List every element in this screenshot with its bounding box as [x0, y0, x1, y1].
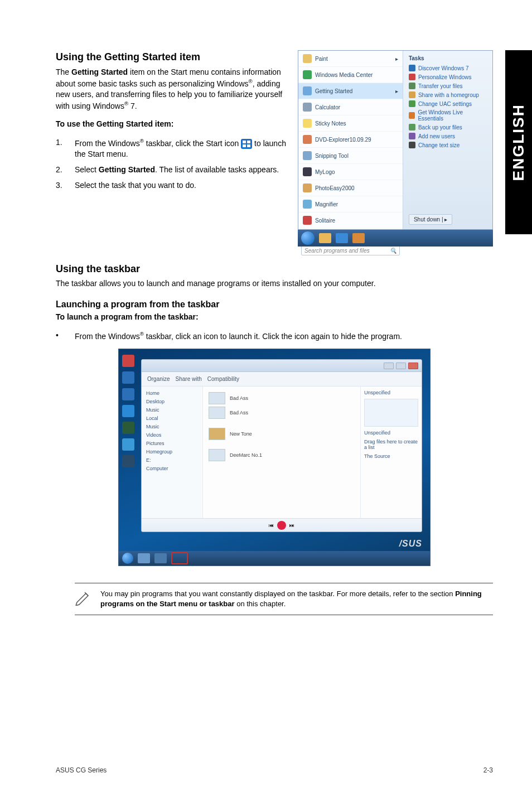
toolbar-item[interactable]: Organize: [147, 376, 170, 382]
launching-subheading: To launch a program from the taskbar:: [56, 312, 493, 323]
gadget-icon[interactable]: [122, 388, 134, 400]
step-2: 2. Select Getting Started. The list of a…: [56, 165, 287, 176]
sm-item-snipping[interactable]: Snipping Tool: [298, 148, 403, 164]
paint-icon: [303, 54, 312, 63]
sm-item-getting-started[interactable]: Getting Started▸: [298, 83, 403, 99]
task-uac[interactable]: Change UAC settings: [409, 100, 487, 107]
gadget-icon[interactable]: [122, 371, 134, 384]
prev-icon[interactable]: ⏮: [269, 523, 274, 528]
desktop-gadget-bar: [119, 355, 138, 467]
sm-item-sticky[interactable]: Sticky Notes: [298, 115, 403, 132]
start-menu-left: Paint▸ Windows Media Center Getting Star…: [298, 51, 403, 229]
gadget-icon[interactable]: [122, 455, 134, 467]
taskbar-heading: Using the taskbar: [56, 263, 493, 275]
nav-item[interactable]: Desktop: [145, 398, 199, 405]
gadget-icon[interactable]: [122, 405, 134, 417]
task-homegroup[interactable]: Share with a homegroup: [409, 91, 487, 98]
desktop-screenshot: Organize Share with Compatibility Home D…: [118, 349, 431, 566]
calculator-icon: [303, 103, 312, 112]
sm-item-paint[interactable]: Paint▸: [298, 51, 403, 67]
homegroup-icon: [409, 91, 415, 98]
desktop-taskbar: [119, 551, 430, 566]
preview-hint: Drag files here to create a list: [364, 439, 418, 450]
tb-explorer-icon[interactable]: [319, 233, 331, 243]
search-input[interactable]: Search programs and files 🔍: [301, 245, 400, 255]
task-live[interactable]: Get Windows Live Essentials: [409, 109, 487, 122]
preview-label: Unspecified: [364, 430, 418, 436]
window-body: Home Desktop Music Local Music Videos Pi…: [142, 386, 422, 518]
gadget-icon[interactable]: [122, 422, 134, 434]
sm-item-calculator[interactable]: Calculator: [298, 99, 403, 115]
tb-wmp-icon[interactable]: [352, 233, 365, 243]
taskbar-strip: [298, 230, 493, 247]
sm-item-magnifier[interactable]: Magnifier: [298, 196, 403, 212]
file-thumb-icon: [209, 407, 225, 419]
task-textsize[interactable]: Change text size: [409, 142, 487, 148]
launching-bullet: • From the Windows® taskbar, click an ic…: [56, 330, 493, 342]
shutdown-row: Shut down | ▸: [409, 214, 487, 225]
search-icon: 🔍: [390, 248, 396, 254]
start-orb[interactable]: [122, 553, 133, 564]
file-thumb-icon: [209, 449, 225, 461]
tb-icon[interactable]: [138, 553, 150, 563]
sm-item-wmc[interactable]: Windows Media Center: [298, 67, 403, 83]
getting-started-intro: The Getting Started item on the Start me…: [56, 67, 287, 111]
start-orb[interactable]: [301, 231, 315, 245]
nav-item[interactable]: Pictures: [145, 440, 199, 447]
sm-item-mylogo[interactable]: MyLogo: [298, 164, 403, 180]
player-bar: ⏮ ⏭: [142, 518, 422, 532]
wmc-icon: [303, 70, 312, 79]
desktop-screenshot-wrap: Organize Share with Compatibility Home D…: [56, 349, 493, 566]
gadget-icon[interactable]: [122, 355, 134, 367]
snipping-icon: [303, 151, 312, 160]
shutdown-button[interactable]: Shut down | ▸: [409, 214, 452, 225]
file-group: Bad Ass Bad Ass: [209, 391, 355, 420]
task-personalize[interactable]: Personalize Windows: [409, 74, 487, 80]
next-icon[interactable]: ⏭: [289, 523, 294, 528]
file-thumb-icon: [209, 428, 225, 440]
getting-started-subheading: To use the Getting Started item:: [56, 119, 287, 129]
sm-item-solitaire[interactable]: Solitaire: [298, 212, 403, 229]
dvd-icon: [303, 135, 312, 144]
sticky-notes-icon: [303, 119, 312, 128]
nav-item[interactable]: E:: [145, 457, 199, 463]
nav-item[interactable]: Homegroup: [145, 448, 199, 455]
nav-item[interactable]: Computer: [145, 465, 199, 472]
preview-pane: Unspecified Unspecified Drag files here …: [360, 386, 422, 518]
getting-started-text: Using the Getting Started item The Getti…: [56, 50, 287, 247]
sm-item-dvd[interactable]: DVD-Explorer10.09.29: [298, 132, 403, 148]
nav-item[interactable]: Home: [145, 390, 199, 397]
toolbar-item[interactable]: Share with: [176, 376, 202, 382]
preview-label: Unspecified: [364, 390, 418, 395]
toolbar-item[interactable]: Compatibility: [207, 376, 239, 382]
magnifier-icon: [303, 200, 312, 209]
textsize-icon: [409, 142, 415, 148]
tb-icon[interactable]: [154, 553, 167, 563]
file-row[interactable]: Bad Ass: [209, 405, 355, 420]
minimize-button[interactable]: [384, 363, 394, 369]
file-row[interactable]: DeeMarc No.1: [209, 448, 355, 462]
task-addusers[interactable]: Add new users: [409, 133, 487, 139]
nav-item[interactable]: Local: [145, 415, 199, 422]
file-row[interactable]: New Tone: [209, 427, 355, 441]
file-thumb-icon: [209, 392, 225, 404]
gadget-icon[interactable]: [122, 438, 134, 451]
nav-item[interactable]: Music: [145, 407, 199, 413]
file-list: Bad Ass Bad Ass New Tone DeeMarc No.1: [203, 386, 360, 518]
task-backup[interactable]: Back up your files: [409, 124, 487, 131]
nav-item[interactable]: Videos: [145, 432, 199, 438]
step-1: 1. From the Windows® taskbar, click the …: [56, 137, 287, 160]
tb-ie-icon[interactable]: [336, 233, 348, 243]
nav-tree: Home Desktop Music Local Music Videos Pi…: [142, 386, 203, 518]
play-button[interactable]: [277, 521, 286, 530]
maximize-button[interactable]: [396, 363, 406, 369]
sm-item-photoeasy[interactable]: PhotoEasy2000: [298, 180, 403, 196]
window-toolbar: Organize Share with Compatibility: [142, 372, 422, 386]
task-transfer[interactable]: Transfer your files: [409, 83, 487, 89]
nav-item[interactable]: Music: [145, 423, 199, 430]
close-button[interactable]: [408, 363, 418, 369]
step-3: 3. Select the task that you want to do.: [56, 180, 287, 191]
task-discover[interactable]: Discover Windows 7: [409, 65, 487, 71]
file-row[interactable]: Bad Ass: [209, 391, 355, 405]
photoeasy-icon: [303, 183, 312, 192]
